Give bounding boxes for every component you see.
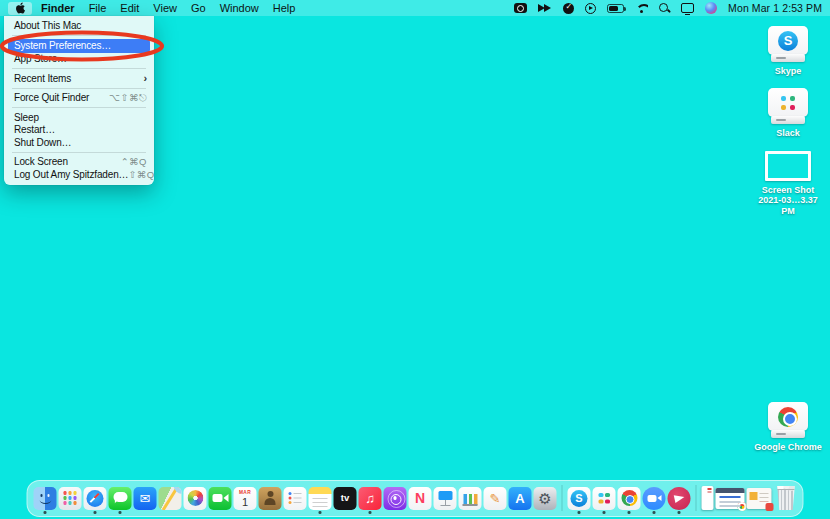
dock-item-skype[interactable]: S: [568, 487, 591, 510]
dock-divider: [696, 485, 697, 511]
running-indicator-dot: [119, 511, 122, 514]
dock-item-finder[interactable]: [34, 487, 57, 510]
dock-item-facetime[interactable]: [209, 487, 232, 510]
desktop-icon-screenshot[interactable]: Screen Shot2021-03…3.37 PM: [752, 151, 824, 216]
dock-item-min-doc[interactable]: [702, 486, 714, 510]
screen-record-icon[interactable]: [514, 3, 527, 13]
podcasts-glyph: [393, 496, 397, 500]
appstore-app-icon: A: [509, 487, 532, 510]
dock-item-messages[interactable]: [109, 487, 132, 510]
running-indicator-dot: [369, 511, 372, 514]
menu-item-lock-screen[interactable]: Lock Screen⌃⌘Q: [4, 156, 154, 169]
sysprefs-app-icon: ⚙: [534, 487, 557, 510]
menu-item-sleep[interactable]: Sleep: [4, 111, 154, 124]
dock-item-slack[interactable]: [593, 487, 616, 510]
keynote-app-icon: [434, 487, 457, 510]
menu-bar-clock[interactable]: Mon Mar 1 2:53 PM: [728, 2, 822, 14]
submenu-chevron-icon: ›: [143, 73, 147, 84]
dock-item-calendar[interactable]: MAR1: [234, 487, 257, 510]
drive-base: [771, 54, 805, 62]
window-app-badge-icon: [766, 503, 774, 511]
dock-item-reminders[interactable]: [284, 487, 307, 510]
dock-item-airmail[interactable]: [668, 487, 691, 510]
menu-help[interactable]: Help: [266, 0, 303, 16]
dock-item-pages[interactable]: ✎: [484, 487, 507, 510]
dock-item-contacts[interactable]: [259, 487, 282, 510]
slack-drive-icon: [768, 88, 808, 124]
siri-icon[interactable]: [705, 2, 717, 14]
search-icon[interactable]: [659, 3, 670, 14]
dock-item-safari[interactable]: [84, 487, 107, 510]
google-chrome-drive-icon: [768, 402, 808, 438]
messages-app-icon: [109, 487, 132, 510]
skype-drive-icon: S: [768, 26, 808, 62]
dock-item-notes[interactable]: [309, 487, 332, 510]
window-app-badge-icon: [738, 502, 747, 511]
running-indicator-dot: [319, 511, 322, 514]
menu-item-label: Log Out Amy Spitzfaden…: [14, 169, 128, 180]
dock-item-appletv[interactable]: tv: [334, 487, 357, 510]
dock-item-min-page[interactable]: [747, 488, 772, 509]
menu-view[interactable]: View: [146, 0, 184, 16]
dock-item-launchpad[interactable]: [59, 487, 82, 510]
dock-item-keynote[interactable]: [434, 487, 457, 510]
menu-item-shortcut: ⌥⇧⌘⎋: [109, 92, 147, 104]
menu-item-log-out-amy-spitzfaden[interactable]: Log Out Amy Spitzfaden…⇧⌘Q: [4, 168, 154, 181]
menu-item-label: App Store…: [14, 53, 67, 64]
menu-item-shortcut: ⌃⌘Q: [121, 156, 147, 167]
menu-window[interactable]: Window: [213, 0, 266, 16]
menu-bar-status: Mon Mar 1 2:53 PM: [514, 0, 822, 16]
dock-item-music[interactable]: ♫: [359, 487, 382, 510]
safari-app-icon: [84, 487, 107, 510]
menu-item-recent-items[interactable]: Recent Items›: [4, 72, 154, 85]
menu-separator: [12, 152, 146, 153]
wifi-icon[interactable]: [635, 3, 648, 13]
menu-item-system-preferences[interactable]: System Preferences…: [8, 39, 150, 53]
fast-forward-icon[interactable]: [538, 4, 552, 13]
dock-item-mail[interactable]: ✉: [134, 487, 157, 510]
maps-app-icon: [159, 487, 182, 510]
menu-item-about-this-mac[interactable]: About This Mac: [4, 19, 154, 32]
menu-finder[interactable]: Finder: [34, 0, 82, 16]
menu-item-label: System Preferences…: [14, 40, 111, 51]
dock-item-news[interactable]: N: [409, 487, 432, 510]
display-icon[interactable]: [681, 3, 694, 13]
dock-item-zoom[interactable]: [643, 487, 666, 510]
play-circle-icon[interactable]: [585, 3, 596, 14]
airmail-app-icon: [668, 487, 691, 510]
desktop-icon-google-chrome[interactable]: Google Chrome: [752, 402, 824, 452]
dock-item-podcasts[interactable]: [384, 487, 407, 510]
dock-item-appstore[interactable]: A: [509, 487, 532, 510]
desktop-icon-slack[interactable]: Slack: [752, 88, 824, 138]
dock-item-maps[interactable]: [159, 487, 182, 510]
dock-item-trash[interactable]: [774, 486, 797, 510]
dock: ✉MAR1tv♫N✎A⚙S: [27, 480, 804, 517]
airmail-glyph: [673, 493, 684, 503]
menu-item-app-store[interactable]: App Store…: [4, 53, 154, 66]
menu-go[interactable]: Go: [184, 0, 213, 16]
dock-item-chrome[interactable]: [618, 487, 641, 510]
desktop-icon-skype[interactable]: SSkype: [752, 26, 824, 76]
menu-edit[interactable]: Edit: [113, 0, 146, 16]
trash-icon: [776, 486, 797, 510]
menu-item-label: Restart…: [14, 124, 55, 135]
appletv-glyph: tv: [341, 493, 349, 503]
menu-item-restart[interactable]: Restart…: [4, 124, 154, 137]
dock-item-photos[interactable]: [184, 487, 207, 510]
dock-item-sysprefs[interactable]: ⚙: [534, 487, 557, 510]
dock-item-min-browser[interactable]: [716, 488, 745, 509]
dock-item-numbers[interactable]: [459, 487, 482, 510]
menu-file[interactable]: File: [82, 0, 114, 16]
appstore-glyph: A: [515, 492, 524, 505]
running-indicator-dot: [678, 511, 681, 514]
check-circle-icon[interactable]: [563, 3, 574, 14]
apple-menu-button[interactable]: [8, 2, 32, 15]
battery-icon[interactable]: [607, 4, 624, 13]
running-indicator-dot: [578, 511, 581, 514]
drive-base: [771, 430, 805, 438]
desktop-icon-label: Skype: [775, 66, 802, 76]
music-app-icon: ♫: [359, 487, 382, 510]
menu-item-shut-down[interactable]: Shut Down…: [4, 136, 154, 149]
chrome-app-icon: [618, 487, 641, 510]
menu-item-force-quit-finder[interactable]: Force Quit Finder⌥⇧⌘⎋: [4, 92, 154, 105]
